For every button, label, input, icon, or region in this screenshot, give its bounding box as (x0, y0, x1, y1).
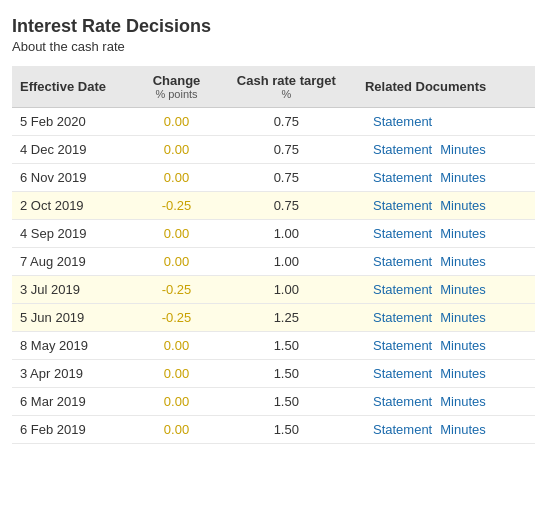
cell-rate: 1.25 (216, 304, 357, 332)
cell-date: 5 Feb 2020 (12, 108, 137, 136)
doc-link-statement[interactable]: Statement (373, 282, 432, 297)
cell-change: 0.00 (137, 360, 215, 388)
header-related-docs: Related Documents (357, 66, 535, 108)
cell-date: 2 Oct 2019 (12, 192, 137, 220)
page-title: Interest Rate Decisions (12, 16, 535, 37)
cell-docs: StatementMinutes (357, 164, 535, 192)
cell-docs: StatementMinutes (357, 416, 535, 444)
doc-link-statement[interactable]: Statement (373, 114, 432, 129)
doc-link-statement[interactable]: Statement (373, 366, 432, 381)
cell-date: 6 Feb 2019 (12, 416, 137, 444)
cell-date: 7 Aug 2019 (12, 248, 137, 276)
cell-rate: 1.50 (216, 360, 357, 388)
cell-docs: StatementMinutes (357, 304, 535, 332)
table-row: 5 Jun 2019-0.251.25StatementMinutes (12, 304, 535, 332)
table-row: 3 Jul 2019-0.251.00StatementMinutes (12, 276, 535, 304)
table-row: 3 Apr 20190.001.50StatementMinutes (12, 360, 535, 388)
cell-change: 0.00 (137, 416, 215, 444)
cell-rate: 0.75 (216, 192, 357, 220)
cell-date: 8 May 2019 (12, 332, 137, 360)
cell-docs: StatementMinutes (357, 248, 535, 276)
table-row: 8 May 20190.001.50StatementMinutes (12, 332, 535, 360)
cell-rate: 1.00 (216, 220, 357, 248)
doc-link-minutes[interactable]: Minutes (440, 142, 486, 157)
doc-link-statement[interactable]: Statement (373, 170, 432, 185)
cell-change: 0.00 (137, 388, 215, 416)
doc-link-statement[interactable]: Statement (373, 254, 432, 269)
cell-date: 6 Mar 2019 (12, 388, 137, 416)
cell-date: 3 Apr 2019 (12, 360, 137, 388)
cell-change: 0.00 (137, 220, 215, 248)
doc-link-minutes[interactable]: Minutes (440, 310, 486, 325)
cell-change: -0.25 (137, 304, 215, 332)
cell-rate: 1.00 (216, 276, 357, 304)
doc-link-minutes[interactable]: Minutes (440, 394, 486, 409)
cell-docs: StatementMinutes (357, 388, 535, 416)
cell-date: 3 Jul 2019 (12, 276, 137, 304)
cell-date: 4 Sep 2019 (12, 220, 137, 248)
table-body: 5 Feb 20200.000.75Statement4 Dec 20190.0… (12, 108, 535, 444)
doc-link-statement[interactable]: Statement (373, 142, 432, 157)
doc-link-minutes[interactable]: Minutes (440, 170, 486, 185)
cell-date: 5 Jun 2019 (12, 304, 137, 332)
subtitle: About the cash rate (12, 39, 535, 54)
doc-link-statement[interactable]: Statement (373, 226, 432, 241)
doc-link-minutes[interactable]: Minutes (440, 366, 486, 381)
cell-rate: 1.50 (216, 416, 357, 444)
table-row: 7 Aug 20190.001.00StatementMinutes (12, 248, 535, 276)
table-row: 6 Mar 20190.001.50StatementMinutes (12, 388, 535, 416)
cell-docs: Statement (357, 108, 535, 136)
cell-rate: 0.75 (216, 136, 357, 164)
cell-rate: 0.75 (216, 108, 357, 136)
doc-link-statement[interactable]: Statement (373, 394, 432, 409)
doc-link-statement[interactable]: Statement (373, 422, 432, 437)
cell-date: 6 Nov 2019 (12, 164, 137, 192)
cell-rate: 1.50 (216, 388, 357, 416)
doc-link-minutes[interactable]: Minutes (440, 422, 486, 437)
table-row: 6 Feb 20190.001.50StatementMinutes (12, 416, 535, 444)
cell-change: 0.00 (137, 248, 215, 276)
cell-change: 0.00 (137, 136, 215, 164)
cell-docs: StatementMinutes (357, 192, 535, 220)
cell-docs: StatementMinutes (357, 276, 535, 304)
cell-change: -0.25 (137, 192, 215, 220)
cell-rate: 1.00 (216, 248, 357, 276)
doc-link-statement[interactable]: Statement (373, 338, 432, 353)
cell-docs: StatementMinutes (357, 136, 535, 164)
table-row: 5 Feb 20200.000.75Statement (12, 108, 535, 136)
cell-change: 0.00 (137, 108, 215, 136)
doc-link-minutes[interactable]: Minutes (440, 254, 486, 269)
cell-rate: 1.50 (216, 332, 357, 360)
header-change: Change% points (137, 66, 215, 108)
doc-link-statement[interactable]: Statement (373, 310, 432, 325)
cell-change: 0.00 (137, 332, 215, 360)
doc-link-minutes[interactable]: Minutes (440, 282, 486, 297)
table-row: 4 Dec 20190.000.75StatementMinutes (12, 136, 535, 164)
cell-docs: StatementMinutes (357, 332, 535, 360)
interest-rate-table: Effective Date Change% points Cash rate … (12, 66, 535, 444)
doc-link-minutes[interactable]: Minutes (440, 338, 486, 353)
header-cash-rate: Cash rate target% (216, 66, 357, 108)
cell-docs: StatementMinutes (357, 220, 535, 248)
doc-link-minutes[interactable]: Minutes (440, 226, 486, 241)
table-row: 6 Nov 20190.000.75StatementMinutes (12, 164, 535, 192)
header-effective-date: Effective Date (12, 66, 137, 108)
table-row: 4 Sep 20190.001.00StatementMinutes (12, 220, 535, 248)
cell-rate: 0.75 (216, 164, 357, 192)
doc-link-statement[interactable]: Statement (373, 198, 432, 213)
doc-link-minutes[interactable]: Minutes (440, 198, 486, 213)
cell-change: 0.00 (137, 164, 215, 192)
cell-date: 4 Dec 2019 (12, 136, 137, 164)
cell-docs: StatementMinutes (357, 360, 535, 388)
cell-change: -0.25 (137, 276, 215, 304)
table-header: Effective Date Change% points Cash rate … (12, 66, 535, 108)
table-row: 2 Oct 2019-0.250.75StatementMinutes (12, 192, 535, 220)
